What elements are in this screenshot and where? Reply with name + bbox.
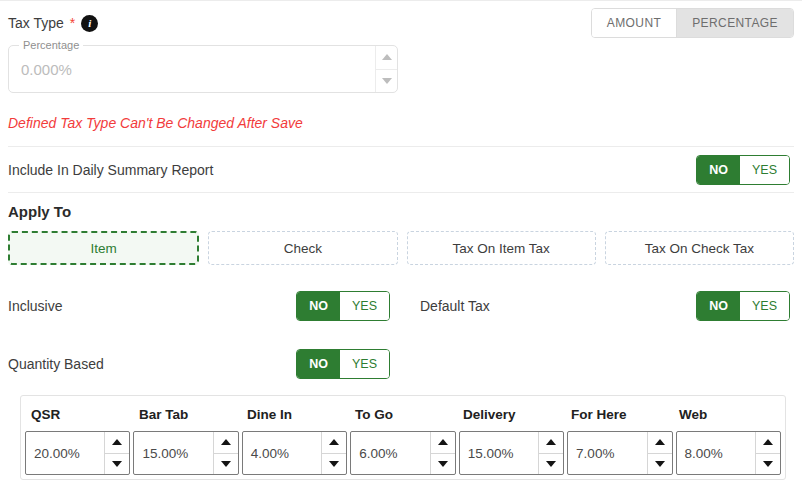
tax-type-button-group: AMOUNT PERCENTAGE xyxy=(591,8,794,38)
rate-step-down-icon[interactable] xyxy=(214,453,238,475)
percentage-field: Percentage xyxy=(8,45,398,93)
rate-step-down-icon[interactable] xyxy=(322,453,346,475)
rate-stepper xyxy=(538,432,563,474)
rate-input-web[interactable]: 8.00% xyxy=(676,431,781,475)
rate-value[interactable]: 7.00% xyxy=(568,432,646,474)
rate-value[interactable]: 4.00% xyxy=(243,432,321,474)
rate-step-down-icon[interactable] xyxy=(105,453,129,475)
rates-column-header: Delivery xyxy=(457,396,565,431)
apply-to-tabs: ItemCheckTax On Item TaxTax On Check Tax xyxy=(8,231,794,265)
inclusive-default-row: Inclusive NO YES Default Tax NO YES xyxy=(0,291,802,321)
rate-value[interactable]: 8.00% xyxy=(677,432,755,474)
percentage-step-up-icon[interactable] xyxy=(376,46,397,69)
daily-summary-label: Include In Daily Summary Report xyxy=(8,162,213,178)
apply-to-tab-tax-on-check-tax[interactable]: Tax On Check Tax xyxy=(605,231,794,265)
rate-step-down-icon[interactable] xyxy=(539,453,563,475)
rate-input-for-here[interactable]: 7.00% xyxy=(567,431,672,475)
rates-column-header: To Go xyxy=(349,396,457,431)
rate-stepper xyxy=(213,432,238,474)
daily-summary-toggle: NO YES xyxy=(696,155,790,185)
tax-type-label-group: Tax Type * i xyxy=(8,15,98,32)
daily-summary-row: Include In Daily Summary Report NO YES xyxy=(0,147,802,192)
default-tax-label: Default Tax xyxy=(420,298,490,314)
apply-to-tab-check[interactable]: Check xyxy=(208,231,397,265)
quantity-based-option: Quantity Based NO YES xyxy=(0,349,401,379)
rate-stepper xyxy=(647,432,672,474)
rate-value[interactable]: 20.00% xyxy=(26,432,104,474)
default-tax-toggle: NO YES xyxy=(696,291,790,321)
percentage-input[interactable] xyxy=(9,46,375,92)
inclusive-label: Inclusive xyxy=(8,298,62,314)
order-type-rates-table: QSRBar TabDine InTo GoDeliveryFor HereWe… xyxy=(20,395,786,480)
quantity-based-label: Quantity Based xyxy=(8,356,104,372)
info-icon[interactable]: i xyxy=(81,15,98,32)
percentage-button[interactable]: PERCENTAGE xyxy=(676,9,793,37)
divider xyxy=(8,192,794,193)
rate-stepper xyxy=(321,432,346,474)
default-tax-toggle-no[interactable]: NO xyxy=(697,292,740,320)
inclusive-toggle-yes[interactable]: YES xyxy=(340,292,389,320)
tax-type-row: Tax Type * i AMOUNT PERCENTAGE xyxy=(0,1,802,39)
rate-step-up-icon[interactable] xyxy=(756,432,780,453)
apply-to-title: Apply To xyxy=(8,203,802,223)
rates-column-header: Web xyxy=(673,396,781,431)
rates-column-header: QSR xyxy=(25,396,133,431)
rate-value[interactable]: 6.00% xyxy=(351,432,429,474)
rate-step-up-icon[interactable] xyxy=(648,432,672,453)
percentage-stepper xyxy=(375,46,397,92)
rate-input-dine-in[interactable]: 4.00% xyxy=(242,431,347,475)
tax-settings-form: Tax Type * i AMOUNT PERCENTAGE Percentag… xyxy=(0,0,802,490)
tax-type-label: Tax Type xyxy=(8,15,64,31)
rate-input-delivery[interactable]: 15.00% xyxy=(459,431,564,475)
apply-to-tab-item[interactable]: Item xyxy=(8,231,199,265)
daily-summary-toggle-yes[interactable]: YES xyxy=(740,156,789,184)
rate-input-qsr[interactable]: 20.00% xyxy=(25,431,130,475)
rate-input-to-go[interactable]: 6.00% xyxy=(350,431,455,475)
percentage-step-down-icon[interactable] xyxy=(376,69,397,93)
quantity-based-toggle-yes[interactable]: YES xyxy=(340,350,389,378)
rate-step-up-icon[interactable] xyxy=(431,432,455,453)
amount-button[interactable]: AMOUNT xyxy=(592,9,676,37)
default-tax-option: Default Tax NO YES xyxy=(401,291,802,321)
inclusive-toggle: NO YES xyxy=(296,291,390,321)
rate-stepper xyxy=(104,432,129,474)
rates-column-header: Bar Tab xyxy=(133,396,241,431)
rate-input-bar-tab[interactable]: 15.00% xyxy=(133,431,238,475)
inclusive-option: Inclusive NO YES xyxy=(0,291,401,321)
rate-step-down-icon[interactable] xyxy=(648,453,672,475)
rates-column-header: Dine In xyxy=(241,396,349,431)
rate-step-up-icon[interactable] xyxy=(539,432,563,453)
rates-table-row: 20.00%15.00%4.00%6.00%15.00%7.00%8.00% xyxy=(25,431,781,475)
rate-step-up-icon[interactable] xyxy=(105,432,129,453)
inclusive-toggle-no[interactable]: NO xyxy=(297,292,340,320)
rate-step-down-icon[interactable] xyxy=(431,453,455,475)
rate-stepper xyxy=(755,432,780,474)
required-asterisk: * xyxy=(70,15,75,31)
rate-step-up-icon[interactable] xyxy=(322,432,346,453)
daily-summary-toggle-no[interactable]: NO xyxy=(697,156,740,184)
apply-to-tab-tax-on-item-tax[interactable]: Tax On Item Tax xyxy=(407,231,596,265)
tax-type-warning-text: Defined Tax Type Can't Be Changed After … xyxy=(8,115,802,133)
rate-step-down-icon[interactable] xyxy=(756,453,780,475)
quantity-based-row: Quantity Based NO YES xyxy=(0,349,802,379)
rate-stepper xyxy=(430,432,455,474)
rate-step-up-icon[interactable] xyxy=(214,432,238,453)
percentage-field-label: Percentage xyxy=(19,39,83,51)
quantity-based-toggle-no[interactable]: NO xyxy=(297,350,340,378)
rate-value[interactable]: 15.00% xyxy=(134,432,212,474)
quantity-based-toggle: NO YES xyxy=(296,349,390,379)
rates-table-header: QSRBar TabDine InTo GoDeliveryFor HereWe… xyxy=(25,396,781,431)
default-tax-toggle-yes[interactable]: YES xyxy=(740,292,789,320)
rate-value[interactable]: 15.00% xyxy=(460,432,538,474)
rates-column-header: For Here xyxy=(565,396,673,431)
